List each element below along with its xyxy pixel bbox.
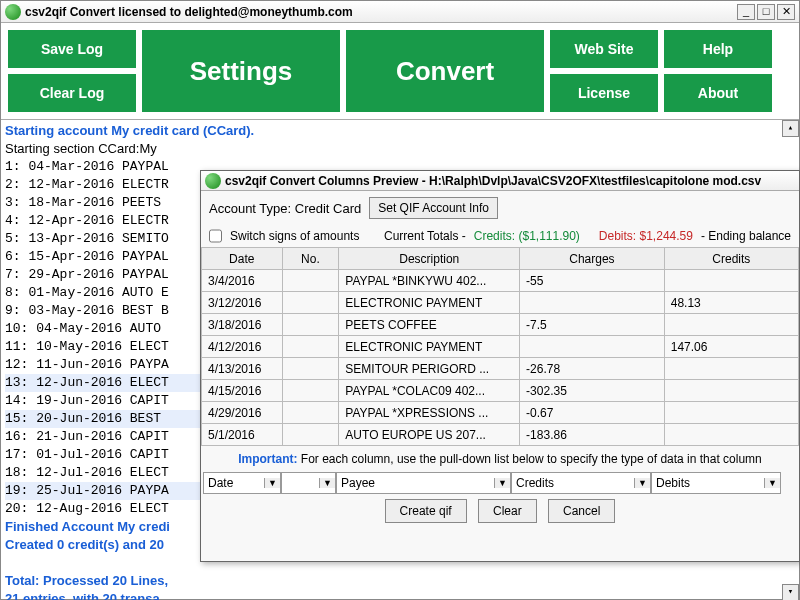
preview-table: DateNo.DescriptionChargesCredits 3/4/201… [201, 247, 799, 446]
table-cell [282, 292, 339, 314]
app-icon [5, 4, 21, 20]
log-entries: 21 entries, with 20 transa [5, 590, 795, 600]
table-cell [282, 358, 339, 380]
close-button[interactable]: ✕ [777, 4, 795, 20]
preview-titlebar: csv2qif Convert Columns Preview - H:\Ral… [201, 171, 799, 191]
important-row: Important: For each column, use the pull… [201, 446, 799, 472]
table-cell: 4/29/2016 [202, 402, 283, 424]
log-start-account: Starting account My credit card (CCard). [5, 122, 795, 140]
web-site-button[interactable]: Web Site [549, 29, 659, 69]
app-icon [205, 173, 221, 189]
table-cell: 147.06 [664, 336, 798, 358]
column-type-dropdown[interactable]: ▼ [281, 472, 336, 494]
chevron-down-icon[interactable]: ▼ [319, 478, 335, 488]
scroll-down-icon[interactable]: ▾ [782, 584, 799, 600]
main-title: csv2qif Convert licensed to delighted@mo… [25, 5, 733, 19]
dropdown-value: Debits [652, 476, 764, 490]
save-log-button[interactable]: Save Log [7, 29, 137, 69]
table-row[interactable]: 3/4/2016PAYPAL *BINKYWU 402...-55 [202, 270, 799, 292]
table-cell: 48.13 [664, 292, 798, 314]
help-button[interactable]: Help [663, 29, 773, 69]
chevron-down-icon[interactable]: ▼ [264, 478, 280, 488]
settings-button[interactable]: Settings [141, 29, 341, 113]
cancel-button[interactable]: Cancel [548, 499, 615, 523]
table-cell: -7.5 [520, 314, 665, 336]
table-row[interactable]: 4/29/2016PAYPAL *XPRESSIONS ...-0.67 [202, 402, 799, 424]
table-cell [520, 292, 665, 314]
table-cell: -302.35 [520, 380, 665, 402]
chevron-down-icon[interactable]: ▼ [764, 478, 780, 488]
table-cell [520, 336, 665, 358]
table-row[interactable]: 3/18/2016PEETS COFFEE-7.5 [202, 314, 799, 336]
table-row[interactable]: 4/12/2016ELECTRONIC PAYMENT147.06 [202, 336, 799, 358]
log-total: Total: Processed 20 Lines, [5, 572, 795, 590]
column-header[interactable]: No. [282, 248, 339, 270]
totals-prefix: Current Totals - [384, 229, 466, 243]
table-cell [664, 424, 798, 446]
create-qif-button[interactable]: Create qif [385, 499, 467, 523]
account-type-label: Account Type: Credit Card [209, 201, 361, 216]
set-qif-account-button[interactable]: Set QIF Account Info [369, 197, 498, 219]
dropdown-value: Payee [337, 476, 494, 490]
table-cell: -26.78 [520, 358, 665, 380]
table-cell [664, 358, 798, 380]
column-header[interactable]: Description [339, 248, 520, 270]
license-button[interactable]: License [549, 73, 659, 113]
scroll-up-icon[interactable]: ▴ [782, 120, 799, 137]
table-cell [664, 402, 798, 424]
table-cell [282, 336, 339, 358]
table-cell [664, 270, 798, 292]
maximize-button[interactable]: □ [757, 4, 775, 20]
dropdown-value: Date [204, 476, 264, 490]
switch-signs-checkbox[interactable] [209, 229, 222, 243]
chevron-down-icon[interactable]: ▼ [634, 478, 650, 488]
table-cell [664, 380, 798, 402]
table-row[interactable]: 4/15/2016PAYPAL *COLAC09 402...-302.35 [202, 380, 799, 402]
clear-button[interactable]: Clear [478, 499, 537, 523]
minimize-button[interactable]: _ [737, 4, 755, 20]
column-type-dropdown[interactable]: Credits▼ [511, 472, 651, 494]
dropdown-value: Credits [512, 476, 634, 490]
table-cell [282, 380, 339, 402]
column-type-dropdown[interactable]: Debits▼ [651, 472, 781, 494]
table-cell: PAYPAL *XPRESSIONS ... [339, 402, 520, 424]
table-cell [664, 314, 798, 336]
about-button[interactable]: About [663, 73, 773, 113]
column-header[interactable]: Date [202, 248, 283, 270]
column-type-dropdown[interactable]: Payee▼ [336, 472, 511, 494]
main-titlebar: csv2qif Convert licensed to delighted@mo… [1, 1, 799, 23]
table-cell [282, 402, 339, 424]
table-cell: ELECTRONIC PAYMENT [339, 292, 520, 314]
table-row[interactable]: 3/12/2016ELECTRONIC PAYMENT48.13 [202, 292, 799, 314]
clear-log-button[interactable]: Clear Log [7, 73, 137, 113]
convert-button[interactable]: Convert [345, 29, 545, 113]
table-cell: AUTO EUROPE US 207... [339, 424, 520, 446]
table-cell: -183.86 [520, 424, 665, 446]
table-cell: 5/1/2016 [202, 424, 283, 446]
table-cell: 3/12/2016 [202, 292, 283, 314]
table-cell: 4/12/2016 [202, 336, 283, 358]
chevron-down-icon[interactable]: ▼ [494, 478, 510, 488]
table-cell: PAYPAL *BINKYWU 402... [339, 270, 520, 292]
table-cell [282, 314, 339, 336]
column-type-dropdown[interactable]: Date▼ [203, 472, 281, 494]
preview-title: csv2qif Convert Columns Preview - H:\Ral… [225, 174, 761, 188]
log-start-section: Starting section CCard:My [5, 140, 795, 158]
preview-window: csv2qif Convert Columns Preview - H:\Ral… [200, 170, 800, 562]
table-row[interactable]: 5/1/2016AUTO EUROPE US 207...-183.86 [202, 424, 799, 446]
table-cell: 3/4/2016 [202, 270, 283, 292]
totals-ending: - Ending balance [701, 229, 791, 243]
table-cell: 4/13/2016 [202, 358, 283, 380]
table-row[interactable]: 4/13/2016SEMITOUR PERIGORD ...-26.78 [202, 358, 799, 380]
column-header[interactable]: Credits [664, 248, 798, 270]
totals-credits: Credits: ($1,111.90) [474, 229, 580, 243]
table-cell: ELECTRONIC PAYMENT [339, 336, 520, 358]
table-cell [282, 270, 339, 292]
table-cell: 3/18/2016 [202, 314, 283, 336]
totals-debits: Debits: $1,244.59 [599, 229, 693, 243]
important-text: For each column, use the pull-down list … [298, 452, 762, 466]
main-toolbar: Save Log Clear Log Settings Convert Web … [1, 23, 799, 119]
table-cell: PAYPAL *COLAC09 402... [339, 380, 520, 402]
column-dropdowns: Date▼▼Payee▼Credits▼Debits▼ [201, 472, 799, 500]
column-header[interactable]: Charges [520, 248, 665, 270]
